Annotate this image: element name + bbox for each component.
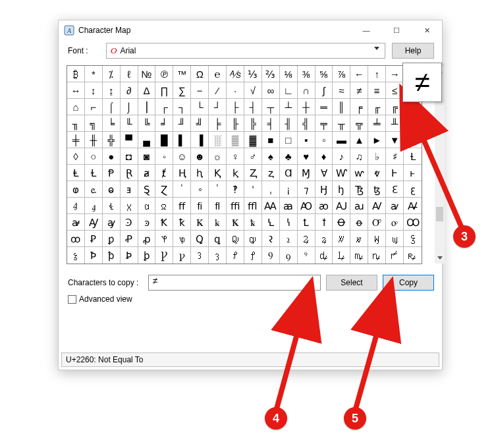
character-cell[interactable]: Ꝫ <box>191 247 209 264</box>
character-cell[interactable]: ╔ <box>386 99 404 115</box>
character-cell[interactable]: ☺ <box>173 148 191 165</box>
character-cell[interactable]: ◊ <box>67 148 85 165</box>
character-cell[interactable]: ꜫ <box>404 181 422 198</box>
character-cell[interactable]: ꝭ <box>244 247 262 264</box>
character-cell[interactable]: ┼ <box>298 99 316 115</box>
character-cell[interactable]: Ꜧ <box>316 181 333 198</box>
character-cell[interactable]: Ƚ <box>404 148 422 165</box>
character-cell[interactable]: ∑ <box>173 82 191 99</box>
character-cell[interactable]: Ꜵ <box>298 198 316 214</box>
character-cell[interactable]: ⱪ <box>227 165 244 181</box>
character-cell[interactable]: ꝣ <box>67 247 85 264</box>
character-cell[interactable]: ⱨ <box>191 165 209 181</box>
character-cell[interactable]: ═ <box>316 99 333 115</box>
character-cell[interactable]: ꜧ <box>333 181 350 198</box>
character-cell[interactable]: Ꝓ <box>121 231 138 247</box>
character-cell[interactable]: ▒ <box>227 132 244 148</box>
character-cell[interactable]: ╙ <box>121 115 138 132</box>
character-cell[interactable]: ⱺ <box>103 181 121 198</box>
character-cell[interactable]: ◦ <box>155 148 173 165</box>
character-cell[interactable]: Ꝙ <box>227 231 244 247</box>
character-cell[interactable]: Ɫ <box>85 165 103 181</box>
character-cell[interactable]: Ꜻ <box>404 198 422 214</box>
character-cell[interactable]: ∩ <box>298 82 316 99</box>
character-cell[interactable]: ꜽ <box>103 214 121 231</box>
character-cell[interactable]: ⎮ <box>138 99 156 115</box>
character-cell[interactable]: ╚ <box>138 115 156 132</box>
scroll-down-arrow[interactable] <box>435 252 445 264</box>
character-cell[interactable]: ꝫ <box>209 247 227 264</box>
character-cell[interactable]: Ꝑ <box>85 231 103 247</box>
character-cell[interactable]: Ꝅ <box>227 214 244 231</box>
character-cell[interactable]: ꝉ <box>316 214 333 231</box>
character-grid[interactable]: ₿*⁒ℓ№℗™Ω℮⅍⅓⅔⅛⅜⅝⅞←↑→↓↔↕↨∂∆∏∑−∕∙√∞∟∩∫≈≠≡≤≥… <box>67 66 422 264</box>
character-cell[interactable]: Ꝧ <box>121 247 138 264</box>
character-cell[interactable]: ꝗ <box>209 231 227 247</box>
maximize-button[interactable]: ☐ <box>381 20 412 40</box>
character-cell[interactable]: → <box>386 66 404 82</box>
character-cell[interactable]: ⱶ <box>404 165 422 181</box>
character-cell[interactable]: ♥ <box>298 148 316 165</box>
character-cell[interactable]: ﬁ <box>191 198 209 214</box>
character-cell[interactable]: ▼ <box>386 132 404 148</box>
character-cell[interactable]: ♫ <box>350 148 368 165</box>
character-cell[interactable]: ╤ <box>316 115 333 132</box>
character-cell[interactable]: ꝱ <box>316 247 333 264</box>
character-cell[interactable]: Ꝝ <box>298 231 316 247</box>
character-cell[interactable]: ∂ <box>121 82 138 99</box>
character-cell[interactable]: ▌ <box>173 132 191 148</box>
character-cell[interactable]: ꭓ <box>121 198 138 214</box>
character-cell[interactable]: ♠ <box>262 148 280 165</box>
character-cell[interactable]: ┴ <box>280 99 298 115</box>
character-cell[interactable]: █ <box>155 132 173 148</box>
character-cell[interactable]: ≈ <box>333 82 350 99</box>
character-cell[interactable]: ꝰ <box>298 247 316 264</box>
character-cell[interactable]: ╜ <box>173 115 191 132</box>
character-cell[interactable]: ꝴ <box>368 247 386 264</box>
character-cell[interactable]: ∕ <box>209 82 227 99</box>
character-cell[interactable]: ꝇ <box>280 214 298 231</box>
character-cell[interactable]: ╢ <box>280 115 298 132</box>
character-cell[interactable]: Ɀ <box>155 181 173 198</box>
character-cell[interactable]: Ꝃ <box>191 214 209 231</box>
character-cell[interactable]: ▀ <box>121 132 138 148</box>
character-cell[interactable]: Ꜽ <box>85 214 103 231</box>
character-cell[interactable]: ╥ <box>333 115 350 132</box>
character-cell[interactable]: ꝅ <box>244 214 262 231</box>
character-cell[interactable]: Ꝩ <box>155 247 173 264</box>
character-cell[interactable]: ∫ <box>316 82 333 99</box>
character-cell[interactable]: ꝏ <box>67 231 85 247</box>
character-cell[interactable]: ┤ <box>244 99 262 115</box>
character-cell[interactable]: ♣ <box>280 148 298 165</box>
character-cell[interactable]: ¡ <box>280 181 298 198</box>
character-cell[interactable]: ⸰ <box>191 181 209 198</box>
character-cell[interactable]: Ꜫ <box>386 181 404 198</box>
character-cell[interactable]: ╝ <box>191 115 209 132</box>
character-cell[interactable]: ↑ <box>368 66 386 82</box>
character-cell[interactable]: Ꝟ <box>333 231 350 247</box>
character-cell[interactable]: ╩ <box>404 115 422 132</box>
character-cell[interactable]: ꝳ <box>350 247 368 264</box>
character-cell[interactable]: Ꜭ <box>67 198 85 214</box>
character-cell[interactable]: Ⱳ <box>333 165 350 181</box>
character-cell[interactable]: ♦ <box>316 148 333 165</box>
character-cell[interactable]: ꝩ <box>173 247 191 264</box>
character-cell[interactable]: ♯ <box>386 148 404 165</box>
character-cell[interactable]: ∟ <box>280 82 298 99</box>
character-cell[interactable]: ꝯ <box>280 247 298 264</box>
character-cell[interactable]: Ꝣ <box>404 231 422 247</box>
character-cell[interactable]: Ω <box>191 66 209 82</box>
character-cell[interactable]: Ⱪ <box>209 165 227 181</box>
select-button[interactable]: Select <box>326 275 377 291</box>
character-cell[interactable]: Ꜩ <box>350 181 368 198</box>
copy-button[interactable]: Copy <box>383 275 434 291</box>
character-cell[interactable]: Ɐ <box>316 165 333 181</box>
character-cell[interactable]: ← <box>350 66 368 82</box>
character-cell[interactable]: ™ <box>173 66 191 82</box>
character-cell[interactable]: ╨ <box>386 115 404 132</box>
character-cell[interactable]: ▐ <box>191 132 209 148</box>
character-cell[interactable]: ♂ <box>244 148 262 165</box>
character-cell[interactable]: ╒ <box>350 99 368 115</box>
character-cell[interactable]: ﬀ <box>173 198 191 214</box>
character-cell[interactable]: ⸯ <box>173 181 191 198</box>
